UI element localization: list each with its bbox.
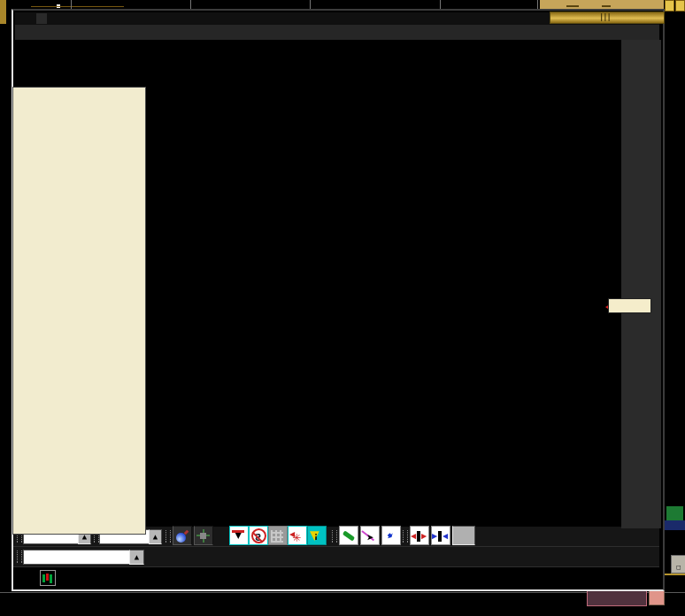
vertical-flip-wrapper: ▫: [0, 0, 685, 616]
app-screen: ▫: [0, 0, 685, 616]
tooltip-date: [16, 520, 142, 531]
last-price-tag: [608, 298, 651, 313]
indicator-tooltip-panel: [12, 87, 146, 535]
